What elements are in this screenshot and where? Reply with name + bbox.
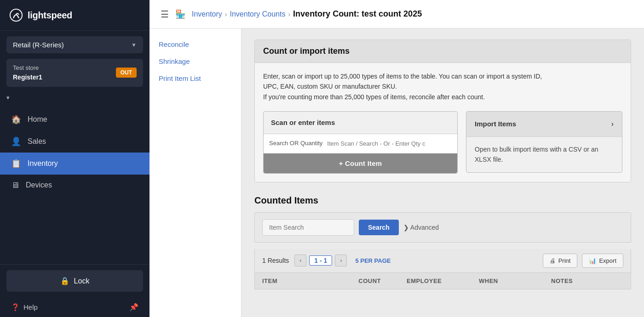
col-count: COUNT xyxy=(358,277,407,284)
table-header: ITEM COUNT EMPLOYEE WHEN NOTES xyxy=(254,273,631,289)
col-item: ITEM xyxy=(262,277,358,284)
import-desc1: Open to bulk import items with a xyxy=(475,146,567,153)
description-line2: UPC, EAN, custom SKU or manufacturer SKU… xyxy=(263,81,622,91)
scan-input[interactable] xyxy=(327,140,452,147)
scan-box-header: Scan or enter items xyxy=(264,112,457,134)
store-topbar-icon: 🏪 xyxy=(175,9,185,19)
description-line3: If you're counting more than 25,000 type… xyxy=(263,92,622,102)
sidebar-nav: 🏠 Home 👤 Sales 📋 Inventory 🖥 Devices xyxy=(0,105,150,265)
store-info: Test store Register1 OUT xyxy=(6,59,143,87)
count-import-header: Count or import items xyxy=(255,40,631,63)
count-import-title: Count or import items xyxy=(263,46,622,56)
dropdown-row: ▾ xyxy=(0,91,150,105)
per-page-selector[interactable]: 5 PER PAGE xyxy=(355,257,391,264)
item-search-input[interactable] xyxy=(262,219,354,236)
scan-label: Search OR Quantity xyxy=(269,139,322,148)
pager-next-button[interactable]: › xyxy=(335,255,347,266)
pager-current: 1 - 1 xyxy=(309,255,332,266)
lock-button[interactable]: 🔒 Lock xyxy=(6,270,143,292)
lock-label: Lock xyxy=(74,277,90,285)
print-icon: 🖨 xyxy=(550,257,556,264)
home-icon: 🏠 xyxy=(11,114,21,125)
sidebar: lightspeed Retail (R-Series) ▼ Test stor… xyxy=(0,0,150,317)
topbar: ☰ 🏪 Inventory › Inventory Counts › Inven… xyxy=(150,0,644,28)
main-area: ☰ 🏪 Inventory › Inventory Counts › Inven… xyxy=(150,0,644,317)
import-title: Import Items xyxy=(475,119,516,130)
subnav-shrinkage[interactable]: Shrinkage xyxy=(150,53,241,70)
import-arrow-icon: › xyxy=(611,118,614,130)
logo-text: lightspeed xyxy=(28,10,72,21)
breadcrumb: Inventory › Inventory Counts › Inventory… xyxy=(192,9,422,19)
pin-icon[interactable]: 📌 xyxy=(129,303,138,311)
scan-input-row: Search OR Quantity xyxy=(264,134,457,153)
help-link[interactable]: ❓ Help xyxy=(11,303,38,311)
content-area: Reconcile Shrinkage Print Item List Coun… xyxy=(150,28,644,317)
store-series-arrow-icon: ▼ xyxy=(131,42,137,48)
breadcrumb-current: Inventory Count: test count 2025 xyxy=(293,9,422,19)
count-import-body: Enter, scan or import up to 25,000 types… xyxy=(255,63,631,182)
count-item-button[interactable]: + Count Item xyxy=(264,153,457,173)
subnav-print-item-list[interactable]: Print Item List xyxy=(150,70,241,87)
store-series-selector[interactable]: Retail (R-Series) ▼ xyxy=(6,36,143,53)
import-box-header[interactable]: Import Items › xyxy=(466,112,622,137)
pager-prev-button[interactable]: ‹ xyxy=(294,255,306,266)
breadcrumb-counts[interactable]: Inventory Counts xyxy=(230,10,285,18)
print-export-area: 🖨 Print 📊 Export xyxy=(543,254,623,268)
col-when: WHEN xyxy=(479,277,551,284)
sidebar-item-sales-label: Sales xyxy=(28,137,46,146)
search-button[interactable]: Search xyxy=(359,220,399,235)
import-box: Import Items › Open to bulk import items… xyxy=(466,111,622,172)
counted-items-title: Counted Items xyxy=(254,195,631,206)
subnav-reconcile[interactable]: Reconcile xyxy=(150,36,241,53)
print-button[interactable]: 🖨 Print xyxy=(543,254,578,268)
breadcrumb-sep2: › xyxy=(288,11,290,18)
breadcrumb-sep1: › xyxy=(225,11,227,18)
results-row: 1 Results ‹ 1 - 1 › 5 PER PAGE 🖨 Print xyxy=(254,249,631,273)
store-name: Test store xyxy=(13,64,39,71)
description-line1: Enter, scan or import up to 25,000 types… xyxy=(263,71,622,81)
sidebar-item-home[interactable]: 🏠 Home xyxy=(0,108,150,130)
export-label: Export xyxy=(599,257,616,264)
sales-icon: 👤 xyxy=(11,136,21,147)
advanced-link[interactable]: ❯ Advanced xyxy=(403,224,439,231)
help-label: Help xyxy=(23,303,38,311)
sidebar-item-devices[interactable]: 🖥 Devices xyxy=(0,175,150,196)
scan-box: Scan or enter items Search OR Quantity +… xyxy=(263,111,458,174)
subnav: Reconcile Shrinkage Print Item List xyxy=(150,28,242,317)
counted-search-row: Search ❯ Advanced xyxy=(254,212,631,243)
logo-area: lightspeed xyxy=(0,0,150,31)
export-icon: 📊 xyxy=(589,257,596,264)
print-label: Print xyxy=(558,257,571,264)
col-employee: EMPLOYEE xyxy=(407,277,479,284)
devices-icon: 🖥 xyxy=(11,181,19,190)
col-notes: NOTES xyxy=(551,277,623,284)
register-name: Register1 xyxy=(13,73,42,82)
export-button[interactable]: 📊 Export xyxy=(582,254,623,268)
results-count: 1 Results xyxy=(262,257,289,264)
lock-icon: 🔒 xyxy=(60,277,69,285)
hamburger-icon[interactable]: ☰ xyxy=(161,9,169,20)
inventory-icon: 📋 xyxy=(11,158,21,169)
dropdown-arrow-icon[interactable]: ▾ xyxy=(6,94,10,101)
pager: ‹ 1 - 1 › xyxy=(294,255,347,266)
sidebar-bottom: 🔒 Lock ❓ Help 📌 xyxy=(0,264,150,317)
breadcrumb-inventory[interactable]: Inventory xyxy=(192,10,222,18)
logo-icon xyxy=(9,8,23,22)
sidebar-footer: ❓ Help 📌 xyxy=(6,297,143,317)
count-import-section: Count or import items Enter, scan or imp… xyxy=(254,40,631,182)
sidebar-item-devices-label: Devices xyxy=(26,181,52,189)
store-series-label: Retail (R-Series) xyxy=(13,41,64,49)
sidebar-item-home-label: Home xyxy=(28,115,47,124)
help-icon: ❓ xyxy=(11,303,20,311)
counted-items-section: Counted Items Search ❯ Advanced 1 Result… xyxy=(254,195,631,289)
sidebar-item-inventory[interactable]: 📋 Inventory xyxy=(0,153,150,175)
page-content: Count or import items Enter, scan or imp… xyxy=(242,28,644,317)
import-box-body: Open to bulk import items with a CSV or … xyxy=(466,137,622,172)
sidebar-item-sales[interactable]: 👤 Sales xyxy=(0,130,150,153)
sidebar-item-inventory-label: Inventory xyxy=(28,159,58,168)
count-tools: Scan or enter items Search OR Quantity +… xyxy=(263,111,622,174)
out-badge: OUT xyxy=(116,68,137,78)
